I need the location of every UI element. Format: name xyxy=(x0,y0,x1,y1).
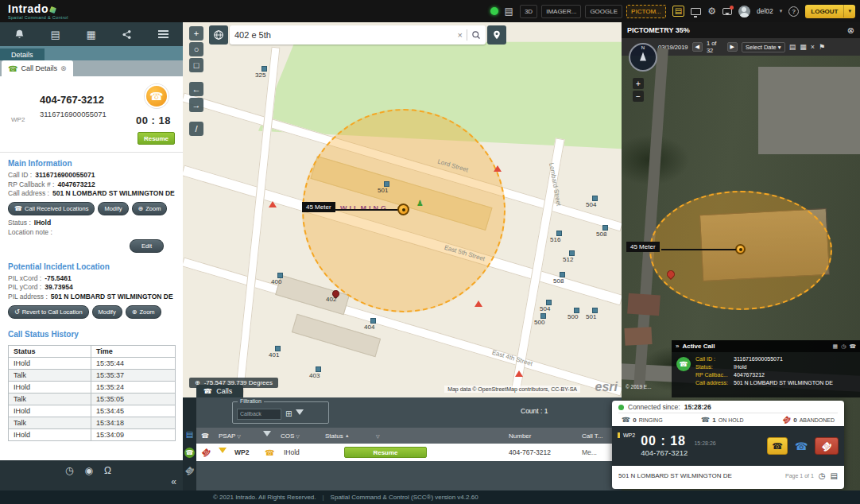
document-list-icon[interactable]: ▤ xyxy=(505,6,513,16)
view-button-imager[interactable]: IMAGER... xyxy=(541,5,581,18)
previous-extent-button[interactable]: ← xyxy=(189,82,203,96)
filter-icon[interactable] xyxy=(296,409,304,419)
zoom-in-button[interactable]: + xyxy=(633,78,644,89)
user-name[interactable]: del02 xyxy=(757,7,773,15)
callback-filter-input[interactable] xyxy=(237,409,281,420)
resume-button[interactable]: Resume xyxy=(138,132,175,145)
map-pin-501[interactable]: 501 xyxy=(592,308,598,313)
grid-icon[interactable]: ▦ xyxy=(800,43,807,51)
answer-call-button[interactable]: ☎ xyxy=(767,437,788,455)
history-row[interactable]: Talk15:35:05 xyxy=(9,393,176,405)
previous-image-button[interactable]: ◀ xyxy=(692,42,703,52)
map-pin-402[interactable]: 402 xyxy=(332,290,339,297)
measure-tool-button[interactable]: / xyxy=(189,122,203,136)
view-button-pictom[interactable]: PICTOM... xyxy=(626,5,666,18)
map-pin-401[interactable]: 401 xyxy=(275,346,281,351)
globe-button[interactable] xyxy=(209,25,228,45)
map-pin-400[interactable]: 400 xyxy=(277,273,283,278)
column-time[interactable]: Time xyxy=(91,345,176,357)
close-icon[interactable]: ⊗ xyxy=(847,25,854,36)
column-status[interactable]: Status xyxy=(9,345,91,357)
call-received-locations-button[interactable]: ☎Call Received Locations xyxy=(8,202,95,215)
headset-icon[interactable]: Ω xyxy=(104,465,111,476)
clock-icon[interactable]: ◷ xyxy=(65,465,73,476)
notes-icon[interactable]: ▤ xyxy=(831,471,838,480)
clock-icon[interactable]: ◷ xyxy=(841,343,846,350)
flag-icon[interactable]: ⚑ xyxy=(819,43,825,51)
revert-to-call-location-button[interactable]: ↺Revert to Call Location xyxy=(8,305,89,319)
history-row[interactable]: IHold15:34:09 xyxy=(9,428,176,440)
view-button-3d[interactable]: 3D xyxy=(520,5,537,18)
modify-button[interactable]: Modify xyxy=(92,305,122,319)
clear-search-icon[interactable]: × xyxy=(458,30,463,40)
phone-icon[interactable]: ☎ xyxy=(849,343,856,350)
gear-icon[interactable]: ⚙ xyxy=(707,6,716,16)
search-icon[interactable] xyxy=(471,30,481,40)
view-button-google[interactable]: GOOGLE xyxy=(585,5,622,18)
monitor-icon[interactable] xyxy=(691,8,701,15)
map-pin-504[interactable]: 504 xyxy=(546,300,552,305)
edit-button[interactable]: Edit xyxy=(130,239,164,253)
map-pin-504[interactable]: 504 xyxy=(592,196,598,201)
bell-icon[interactable] xyxy=(14,29,25,40)
search-input[interactable] xyxy=(234,30,454,40)
layers-icon[interactable]: ▤ xyxy=(789,43,796,51)
avatar[interactable] xyxy=(738,6,750,17)
transfer-call-button[interactable]: ☎ xyxy=(792,437,811,455)
resume-button[interactable]: Resume xyxy=(344,447,427,458)
expand-icon[interactable]: ⊞ xyxy=(285,409,292,418)
select-date-dropdown[interactable]: Select Date ▾ xyxy=(742,42,785,52)
hangup-call-button[interactable]: ☎ xyxy=(815,437,839,455)
lasso-tool-button[interactable]: ○ xyxy=(189,42,203,56)
next-image-button[interactable]: ▶ xyxy=(727,42,738,52)
calls-tab[interactable]: ☎ Calls xyxy=(196,385,243,397)
notifications-icon[interactable] xyxy=(722,8,732,15)
map-pin-500[interactable]: 500 xyxy=(574,308,579,313)
call-row[interactable]: ☎ WP2 ☎ IHold Resume 404-767-3212 Me... xyxy=(196,444,622,461)
map-canvas[interactable]: Lord Street East 5th Street East 4th Str… xyxy=(183,22,622,397)
help-icon[interactable]: ? xyxy=(788,6,799,17)
call-details-tab[interactable]: ☎ Call Details ⊗ xyxy=(2,60,73,76)
next-extent-button[interactable]: → xyxy=(189,98,203,112)
camera-icon[interactable]: ◉ xyxy=(84,465,92,476)
share-icon[interactable] xyxy=(122,29,132,40)
map-pin-516[interactable]: 516 xyxy=(556,231,562,236)
expand-icon[interactable]: » xyxy=(676,343,679,350)
column-psap[interactable]: PSAP▽ xyxy=(219,432,263,440)
zoom-out-button[interactable]: − xyxy=(633,91,644,102)
logout-button[interactable]: LOGOUT ▾ xyxy=(805,5,855,18)
zoom-in-button[interactable]: + xyxy=(189,26,203,41)
contacts-icon[interactable]: ▤ xyxy=(186,431,193,439)
map-pin-500[interactable]: 500 xyxy=(540,313,546,319)
grid-icon[interactable]: ▦ xyxy=(833,343,839,350)
sort-caret-icon[interactable]: ▽ xyxy=(376,433,380,439)
column-status[interactable]: Status▲ xyxy=(325,432,374,440)
zoom-button[interactable]: ⊕Zoom xyxy=(132,202,168,215)
history-row[interactable]: IHold15:35:44 xyxy=(9,357,176,369)
map-pin-508[interactable]: 508 xyxy=(602,225,608,231)
history-row[interactable]: Talk15:35:37 xyxy=(9,369,176,381)
collapse-panel-button[interactable]: « xyxy=(171,476,176,487)
map-pin-403[interactable]: 403 xyxy=(316,366,321,372)
close-overlay-icon[interactable]: × xyxy=(811,43,815,51)
column-number[interactable]: Number xyxy=(509,432,582,440)
zoom-button[interactable]: ⊕Zoom xyxy=(126,305,161,319)
hangup-phone-icon[interactable]: ☎ xyxy=(184,464,196,477)
history-row[interactable]: IHold15:35:24 xyxy=(9,381,176,393)
active-phone-icon[interactable]: ☎ xyxy=(184,448,195,458)
filter-icon[interactable] xyxy=(263,431,271,440)
clock-icon[interactable]: ◷ xyxy=(819,471,826,480)
call-location-marker[interactable] xyxy=(735,244,746,254)
list-icon[interactable]: ▤ xyxy=(51,29,60,40)
user-menu-caret-icon[interactable]: ▾ xyxy=(780,8,783,14)
rectangle-tool-button[interactable]: □ xyxy=(189,58,203,72)
history-row[interactable]: Talk15:34:18 xyxy=(9,417,176,428)
grid-icon[interactable]: ▦ xyxy=(86,29,95,40)
hangup-icon[interactable]: ☎ xyxy=(201,448,219,457)
map-pin-325[interactable]: 325 xyxy=(261,66,267,72)
compass-rose[interactable]: N xyxy=(629,43,657,72)
column-cos[interactable]: COS▽ xyxy=(281,432,325,440)
layers-icon[interactable]: ▤ xyxy=(672,6,684,17)
close-icon[interactable]: ⊗ xyxy=(60,64,67,72)
history-row[interactable]: IHold15:34:45 xyxy=(9,405,176,417)
